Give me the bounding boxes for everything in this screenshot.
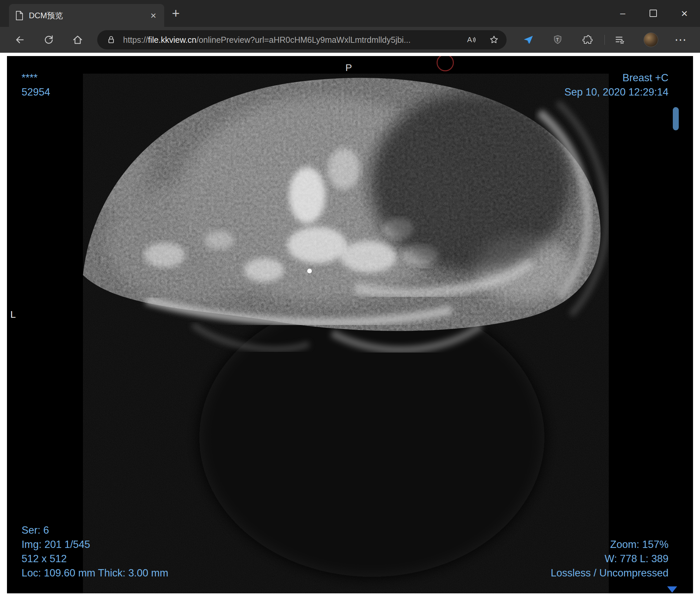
back-arrow-icon <box>13 34 25 46</box>
study-description: Breast +C <box>564 71 669 85</box>
zoom-level: Zoom: 157% <box>551 537 669 551</box>
series-number: Ser: 6 <box>22 523 168 537</box>
profile-avatar[interactable] <box>644 32 658 47</box>
compression-info: Lossless / Uncompressed <box>551 566 669 580</box>
maximize-icon <box>650 9 657 17</box>
window-maximize-button[interactable] <box>646 6 661 21</box>
favorites-hub-icon <box>614 34 626 46</box>
home-button[interactable] <box>70 32 85 47</box>
shield-extension-button[interactable]: T <box>550 32 565 47</box>
series-info-overlay: Ser: 6 Img: 201 1/545 512 x 512 Loc: 109… <box>22 523 168 580</box>
read-aloud-button[interactable]: A <box>464 33 477 47</box>
display-info-overlay: Zoom: 157% W: 778 L: 389 Lossless / Unco… <box>551 537 669 580</box>
svg-text:T: T <box>556 37 559 43</box>
tab-close-icon[interactable]: × <box>148 10 158 21</box>
orientation-posterior: P <box>345 62 352 73</box>
lock-icon[interactable] <box>104 33 118 47</box>
read-aloud-icon: A <box>465 34 477 46</box>
shield-extension-icon: T <box>552 34 563 46</box>
url-path: /onlinePreview?url=aHR0cHM6Ly9maWxlLmtrd… <box>196 35 411 45</box>
puzzle-icon <box>581 34 593 46</box>
extensions-button[interactable] <box>580 32 595 47</box>
series-scrollbar-thumb[interactable] <box>673 107 679 130</box>
tab-dcm-preview[interactable]: DCM预览 × <box>9 4 164 27</box>
study-info-overlay: Breast +C Sep 10, 2020 12:29:14 <box>564 71 669 99</box>
window-minimize-button[interactable]: – <box>615 6 630 21</box>
refresh-button[interactable] <box>42 32 56 47</box>
window-level: W: 778 L: 389 <box>551 551 669 566</box>
svg-text:A: A <box>467 35 472 44</box>
url-scheme: https:// <box>123 35 148 45</box>
url-domain: file.kkview.cn <box>148 35 196 45</box>
favorites-hub-button[interactable] <box>612 32 627 47</box>
document-icon <box>15 10 24 21</box>
patient-stars: **** <box>22 71 50 85</box>
study-datetime: Sep 10, 2020 12:29:14 <box>564 85 669 99</box>
url-text[interactable]: https://file.kkview.cn/onlinePreview?url… <box>123 35 464 45</box>
patient-info-overlay: **** 52954 <box>22 71 50 99</box>
patient-id: 52954 <box>22 85 50 99</box>
address-bar[interactable]: https://file.kkview.cn/onlinePreview?url… <box>97 30 506 49</box>
new-tab-button[interactable]: + <box>169 6 183 21</box>
browser-window: DCM预览 × + – × <box>0 0 700 597</box>
browser-toolbar: https://file.kkview.cn/onlinePreview?url… <box>0 27 700 53</box>
refresh-icon <box>43 34 55 46</box>
toolbar-divider <box>604 35 605 45</box>
page-content: **** 52954 P L Breast +C Sep 10, 2020 12… <box>0 53 700 597</box>
dicom-viewport[interactable]: **** 52954 P L Breast +C Sep 10, 2020 12… <box>7 56 693 593</box>
tab-strip: DCM预览 × + – × <box>0 0 700 27</box>
image-matrix: 512 x 512 <box>22 551 168 566</box>
mri-image <box>7 56 693 593</box>
slice-location: Loc: 109.60 mm Thick: 3.00 mm <box>22 566 168 580</box>
window-close-button[interactable]: × <box>677 6 692 21</box>
browser-essentials-button[interactable] <box>521 32 536 47</box>
home-icon <box>72 34 83 46</box>
favorite-star-button[interactable] <box>488 33 501 47</box>
star-icon <box>488 34 500 46</box>
tab-title: DCM预览 <box>29 10 148 21</box>
more-menu-button[interactable]: ⋯ <box>673 32 688 47</box>
back-button[interactable] <box>12 32 27 47</box>
blue-plane-icon <box>523 34 534 46</box>
orientation-left: L <box>10 309 16 320</box>
scroll-down-arrow-icon[interactable] <box>667 587 677 593</box>
image-number: Img: 201 1/545 <box>22 537 168 551</box>
